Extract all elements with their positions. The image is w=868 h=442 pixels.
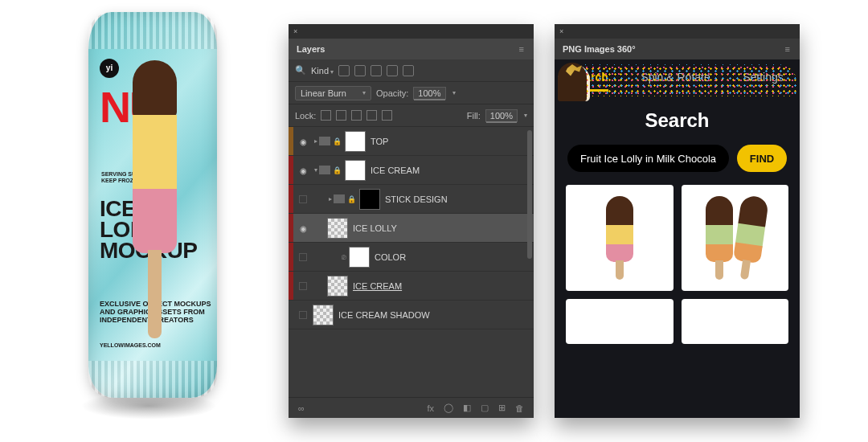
lock-position-icon[interactable] [351,110,362,121]
layer-accent [289,185,293,213]
layer-row[interactable]: ICE CREAM [289,272,534,301]
clip-icon: ⎚ [342,253,346,261]
panel-menu-icon[interactable]: ≡ [785,44,792,54]
folder-icon [319,137,330,145]
close-icon[interactable]: × [293,27,297,35]
lolly-icon [606,196,633,280]
lock-all-icon[interactable] [382,110,392,121]
lolly-chocolate [133,60,177,117]
visibility-toggle[interactable] [293,223,313,233]
lolly-stick [148,250,162,338]
find-button[interactable]: FIND [737,145,787,172]
layer-name[interactable]: STICK DESIGN [385,194,448,204]
layer-thumbnail[interactable] [349,247,370,268]
group-icon[interactable]: ▢ [481,403,489,413]
lolly-icon [731,194,769,281]
layer-name[interactable]: ICE CREAM SHADOW [338,310,430,320]
product-mockup: yi NU SERVING SUGGESTION KEEP FROZEN ICE… [44,12,261,430]
filter-pixel-icon[interactable] [338,65,350,76]
kind-dropdown[interactable]: Kind▾ [311,66,334,76]
result-card[interactable] [682,299,789,344]
lolly-pink [133,189,177,253]
layer-row[interactable]: ▾🔒ICE CREAM [289,156,534,185]
layer-row[interactable]: ▸🔒TOP [289,127,534,156]
link-layers-icon[interactable]: ∞ [298,403,305,413]
visibility-toggle[interactable] [299,253,307,261]
layer-thumbnail[interactable] [327,218,348,239]
disclosure-icon[interactable]: ▾ [314,166,317,174]
filter-smart-icon[interactable] [403,65,414,76]
lock-artboard-icon[interactable] [366,110,377,121]
layer-name[interactable]: ICE LOLLY [353,223,397,233]
panel-menu-icon[interactable]: ≡ [519,44,526,54]
layer-thumbnail[interactable] [327,276,348,297]
folder-icon [319,166,330,174]
filter-adjust-icon[interactable] [354,65,366,76]
lock-image-icon[interactable] [336,110,346,121]
visibility-toggle[interactable] [293,137,313,146]
lock-icon: 🔒 [333,166,342,174]
fx-icon[interactable]: fx [427,403,434,413]
layer-row[interactable]: ▸🔒STICK DESIGN [289,185,534,214]
layer-name[interactable]: ICE CREAM [353,281,402,291]
layer-name[interactable]: TOP [371,137,388,146]
result-card[interactable] [566,299,674,344]
package-seal-top [88,12,217,49]
result-card[interactable] [566,185,674,291]
layer-row[interactable]: ICE CREAM SHADOW [289,301,534,329]
opacity-input[interactable]: 100% [413,87,445,100]
png360-panel: × PNG Images 360° ≡ Search Spin & Rotate… [555,24,800,418]
layer-accent [289,301,293,329]
layer-accent [289,243,293,271]
lolly-icon [717,299,752,344]
chevron-down-icon[interactable]: ▾ [524,112,527,119]
search-heading: Search [555,109,800,132]
visibility-toggle[interactable] [293,166,313,175]
layer-list: ▸🔒TOP▾🔒ICE CREAM▸🔒STICK DESIGNICE LOLLY⎚… [289,127,534,329]
fill-input[interactable]: 100% [485,109,518,122]
panel-titlebar[interactable]: × [555,24,800,39]
filter-shape-icon[interactable] [387,65,398,76]
lock-icon: 🔒 [333,137,342,145]
scrollbar[interactable] [527,130,532,259]
layer-name[interactable]: ICE CREAM [371,166,420,175]
close-icon[interactable]: × [559,27,563,35]
layer-thumbnail[interactable] [345,160,366,181]
tab-layers[interactable]: Layers [297,44,325,54]
lock-transparent-icon[interactable] [321,110,331,121]
layer-thumbnail[interactable] [345,131,366,152]
package-seal-bottom [88,361,217,398]
layer-row[interactable]: ICE LOLLY [289,214,534,243]
disclosure-icon[interactable]: ▸ [329,195,332,203]
mask-icon[interactable]: ◯ [444,403,453,413]
search-input[interactable] [567,145,729,172]
lolly-icon [600,299,639,344]
ice-lolly-illustration [133,60,177,350]
blend-mode-dropdown[interactable]: Linear Burn▾ [295,86,371,100]
layer-accent [289,272,293,300]
layer-name[interactable]: COLOR [375,252,406,262]
layer-thumbnail[interactable] [313,305,334,325]
layer-row[interactable]: ⎚COLOR [289,243,534,272]
disclosure-icon[interactable]: ▸ [314,137,317,145]
lock-label: Lock: [295,111,316,121]
layers-panel: × Layers ≡ 🔍 Kind▾ Linear Burn▾ Opacity:… [289,24,534,418]
visibility-toggle[interactable] [299,311,307,319]
filter-type-icon[interactable] [371,65,382,76]
adjustment-icon[interactable]: ◧ [463,403,471,413]
blend-mode-value: Linear Burn [301,87,346,100]
lolly-yellow [133,115,177,191]
layers-footer: ∞ fx ◯ ◧ ▢ ⊞ 🗑 [289,397,534,418]
chevron-down-icon: ▾ [362,87,366,100]
search-icon[interactable]: 🔍 [295,65,306,76]
trash-icon[interactable]: 🗑 [515,403,524,413]
result-card[interactable] [682,185,789,291]
layer-thumbnail[interactable] [359,189,380,210]
chevron-down-icon[interactable]: ▾ [452,89,456,96]
panel-titlebar[interactable]: × [289,24,534,39]
layers-body: 🔍 Kind▾ Linear Burn▾ Opacity: 100% ▾ Loc… [289,59,534,418]
visibility-toggle[interactable] [299,195,307,203]
visibility-toggle[interactable] [299,282,307,290]
new-layer-icon[interactable]: ⊞ [498,403,506,413]
panel-title: PNG Images 360° [563,44,636,54]
